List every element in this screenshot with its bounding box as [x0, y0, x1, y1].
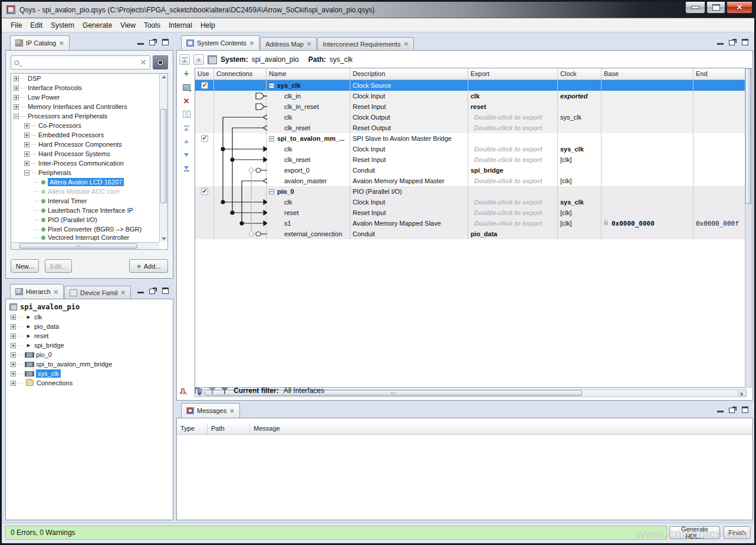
table-row[interactable]: clk_in_reset Reset Input reset — [195, 101, 746, 112]
tree-item-peripherals[interactable]: Peripherals — [11, 168, 167, 177]
table-row[interactable]: s1 Avalon Memory Mapped Slave Double-cli… — [195, 218, 746, 229]
panel-maximize-icon[interactable] — [741, 407, 749, 413]
expander-icon[interactable] — [24, 151, 29, 157]
scrollbar-thumb[interactable] — [160, 109, 167, 203]
remove-component-icon[interactable] — [183, 95, 190, 106]
tab-device-family[interactable]: Device Famil ✕ — [64, 286, 131, 299]
hierarchy-item-pio-0[interactable]: pio_0 — [6, 350, 173, 359]
clear-search-icon[interactable]: ✕ — [140, 58, 150, 67]
expander-icon[interactable] — [14, 104, 19, 110]
edit-button[interactable]: Edit... — [45, 259, 72, 273]
tab-close-icon[interactable]: ✕ — [54, 289, 58, 295]
tab-system-contents[interactable]: System Contents ✕ — [181, 35, 259, 50]
tab-interconnect-requirements[interactable]: Interconnect Requirements ✕ — [317, 37, 413, 50]
clock-crossing-icon[interactable] — [179, 387, 189, 395]
expander-icon[interactable] — [11, 352, 16, 358]
panel-maximize-icon[interactable] — [741, 39, 749, 45]
scrollbar-thumb[interactable] — [19, 243, 137, 249]
col-export[interactable]: Export — [468, 68, 558, 80]
table-row[interactable]: pio_0 PIO (Parallel I/O) — [195, 186, 746, 197]
tab-hierarchy[interactable]: Hierarch ✕ — [10, 284, 64, 299]
add-module-icon[interactable] — [183, 84, 190, 91]
table-row[interactable]: clk_reset Reset Input Double-click to ex… — [195, 154, 746, 165]
panel-minimize-icon[interactable] — [137, 288, 144, 294]
table-row[interactable]: avalon_master Avalon Memory Mapped Maste… — [195, 176, 746, 186]
tab-address-map[interactable]: Address Map ✕ — [260, 37, 317, 50]
scrollbar-thumb[interactable] — [745, 68, 751, 204]
collapse-icon[interactable] — [269, 83, 274, 88]
tab-ip-catalog[interactable]: IP Catalog ✕ — [10, 35, 70, 50]
table-row[interactable]: export_0 Conduit spi_bridge — [195, 165, 746, 176]
col-end[interactable]: End — [693, 68, 746, 80]
move-to-top-button[interactable] — [179, 54, 190, 65]
hierarchy-item-spi-to-avalon-mm-bridge[interactable]: spi_to_avalon_mm_bridge — [6, 359, 173, 369]
col-use[interactable]: Use — [195, 68, 214, 80]
hierarchy-item-clk[interactable]: clk — [6, 312, 173, 322]
expander-icon[interactable] — [11, 333, 16, 339]
new-button[interactable]: New... — [11, 259, 39, 273]
filter-value[interactable]: All Interfaces — [284, 387, 324, 395]
table-row[interactable]: spi_to_avalon_mm_... SPI Slave to Avalon… — [195, 133, 746, 144]
expander-icon[interactable] — [11, 362, 16, 367]
finish-button[interactable]: Finish — [724, 526, 751, 539]
ip-settings-button[interactable] — [153, 55, 168, 70]
tree-item-low-power[interactable]: Low Power — [11, 93, 167, 102]
menu-internal[interactable]: Internal — [165, 19, 196, 31]
tree-item-inter-process-communication[interactable]: Inter-Process Communication — [11, 158, 167, 168]
panel-float-icon[interactable] — [149, 288, 157, 294]
expander-icon[interactable] — [11, 324, 16, 329]
expander-icon[interactable] — [11, 315, 16, 320]
tab-close-icon[interactable]: ✕ — [307, 41, 311, 47]
tree-item-altera-modular-adc[interactable]: Altera Modular ADC core — [11, 187, 167, 196]
expander-icon[interactable] — [24, 161, 29, 166]
menu-file[interactable]: File — [6, 19, 26, 31]
title-bar[interactable]: Qsys - spi_avalon_pio.qsys (C:\Projects\… — [2, 2, 754, 18]
tab-close-icon[interactable]: ✕ — [59, 40, 64, 47]
tree-item-altera-avalon-lcd[interactable]: Altera Avalon LCD 16207 — [11, 177, 167, 187]
generate-hdl-button[interactable]: Generate HDL... — [669, 526, 720, 539]
table-row[interactable]: clk Clock Output Double-click to export … — [195, 112, 746, 123]
tree-item-co-processors[interactable]: Co-Processors — [11, 121, 167, 130]
panel-minimize-icon[interactable] — [716, 39, 724, 45]
tab-close-icon[interactable]: ✕ — [403, 41, 408, 47]
expander-icon[interactable] — [24, 142, 29, 147]
col-description[interactable]: Description — [350, 68, 468, 80]
move-up-button[interactable] — [193, 54, 204, 65]
tree-item-processors-peripherals[interactable]: Processors and Peripherals — [11, 111, 167, 121]
panel-float-icon[interactable] — [729, 39, 737, 45]
expander-icon[interactable] — [14, 76, 19, 81]
use-checkbox[interactable] — [201, 135, 208, 142]
collapse-icon[interactable] — [269, 136, 274, 141]
panel-minimize-icon[interactable] — [716, 407, 724, 413]
maximize-button[interactable] — [706, 2, 725, 14]
minimize-button[interactable] — [685, 2, 705, 14]
panel-maximize-icon[interactable] — [162, 39, 169, 45]
col-name[interactable]: Name — [267, 68, 350, 80]
tree-item-vectored-interrupt[interactable]: Vectored Interrupt Controller — [11, 234, 167, 241]
tree-item-hard-processor-components[interactable]: Hard Processor Components — [11, 140, 167, 149]
col-type[interactable]: Type — [177, 423, 208, 434]
table-row[interactable]: clk Clock Input Double-click to export s… — [195, 197, 746, 207]
tree-vertical-scrollbar[interactable] — [159, 74, 167, 242]
filter-funnel-icon[interactable] — [209, 387, 216, 395]
table-row[interactable]: clk Clock Input Double-click to export s… — [195, 144, 746, 154]
tab-messages[interactable]: Messages ✕ — [181, 403, 240, 418]
collapse-icon[interactable] — [24, 170, 29, 176]
scroll-up-icon[interactable] — [162, 75, 166, 78]
expander-icon[interactable] — [14, 85, 19, 91]
tree-item-dsp[interactable]: DSP — [11, 74, 167, 83]
tree-item-hard-processor-systems[interactable]: Hard Processor Systems — [11, 149, 167, 158]
hierarchy-item-sys-clk[interactable]: sys_clk — [6, 369, 173, 378]
hierarchy-item-reset[interactable]: reset — [6, 331, 173, 341]
menu-help[interactable]: Help — [196, 19, 219, 31]
table-row[interactable]: reset Reset Input Double-click to export… — [195, 207, 746, 218]
table-row[interactable]: clk_reset Reset Output Double-click to e… — [195, 123, 746, 133]
menu-system[interactable]: System — [47, 19, 78, 31]
tree-item-memory-interfaces[interactable]: Memory Interfaces and Controllers — [11, 102, 167, 111]
move-top-icon[interactable] — [182, 124, 191, 132]
hierarchy-item-spi-bridge[interactable]: spi_bridge — [6, 341, 173, 350]
move-up-icon[interactable] — [182, 137, 191, 146]
tree-item-lauterbach-trace[interactable]: Lauterbach Trace Interface IP — [11, 206, 167, 215]
expander-icon[interactable] — [11, 381, 16, 386]
panel-minimize-icon[interactable] — [137, 39, 144, 45]
